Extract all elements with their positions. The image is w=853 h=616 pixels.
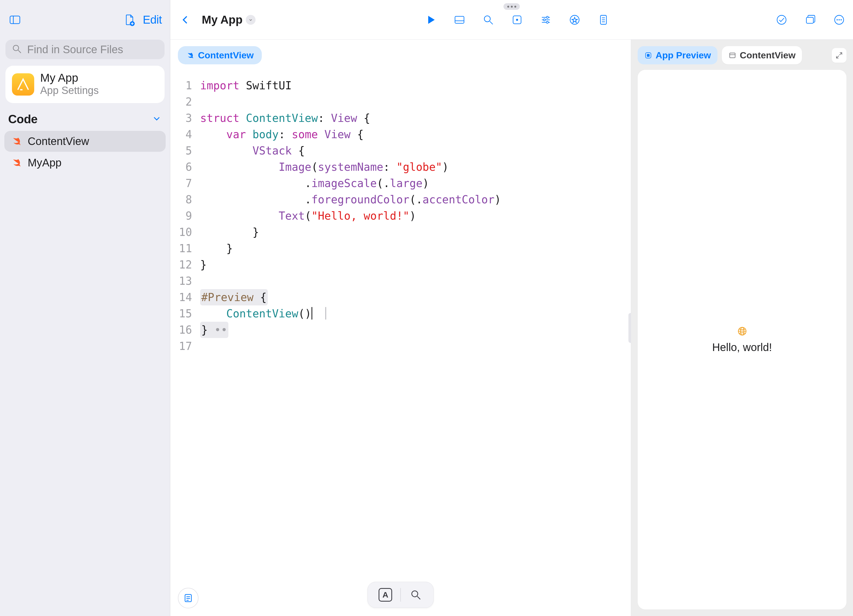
search-field[interactable] (5, 39, 165, 59)
code-content: Image(systemName: "globe") (200, 159, 449, 175)
code-content: } (200, 256, 206, 273)
search-input[interactable] (27, 43, 165, 56)
app-settings-card[interactable]: My App App Settings (5, 66, 165, 103)
svg-point-5 (13, 46, 19, 51)
preview-tab-app-preview[interactable]: App Preview (637, 46, 718, 64)
code-line[interactable]: 8 .foregroundColor(.accentColor) (170, 191, 631, 208)
code-line[interactable]: 12} (170, 256, 631, 273)
preview-text: Hello, world! (712, 341, 772, 354)
svg-line-14 (490, 21, 493, 24)
sliders-icon (540, 14, 552, 26)
section-label: Code (8, 112, 38, 126)
svg-rect-11 (455, 16, 464, 23)
line-number: 12 (170, 256, 200, 273)
line-number: 15 (170, 305, 200, 322)
app-title: My App (40, 72, 99, 84)
window-drag-indicator[interactable] (504, 3, 520, 10)
code-line[interactable]: 13 (170, 273, 631, 289)
edit-button[interactable]: Edit (143, 13, 162, 26)
preview-panel: App PreviewContentView Hello, world! (631, 39, 853, 616)
keycap-a-icon: A (379, 588, 392, 602)
code-line[interactable]: 17 (170, 338, 631, 354)
swift-icon (186, 51, 194, 59)
code-line[interactable]: 6 Image(systemName: "globe") (170, 159, 631, 175)
code-area[interactable]: 1import SwiftUI23struct ContentView: Vie… (170, 64, 631, 354)
new-file-button[interactable] (123, 13, 136, 27)
code-line[interactable]: 10 } (170, 224, 631, 240)
windows-button[interactable] (804, 13, 817, 27)
toggle-sidebar-button[interactable] (8, 13, 22, 27)
quick-help-button[interactable] (178, 588, 199, 608)
play-icon (425, 14, 437, 26)
svg-marker-24 (572, 17, 577, 22)
code-line[interactable]: 7 .imageScale(.large) (170, 175, 631, 191)
app-icon (12, 73, 34, 96)
code-line[interactable]: 14#Preview { (170, 289, 631, 305)
preview-tab-contentview[interactable]: ContentView (722, 46, 802, 64)
expand-preview-button[interactable] (832, 48, 847, 63)
more-button[interactable] (832, 13, 846, 27)
preview-canvas[interactable]: Hello, world! (637, 70, 847, 610)
document-icon (598, 14, 609, 26)
code-editor[interactable]: ContentView 1import SwiftUI23struct Cont… (170, 39, 631, 616)
line-number: 13 (170, 273, 200, 289)
console-icon (454, 14, 466, 26)
back-button[interactable] (178, 12, 194, 28)
breakpoint-button[interactable] (510, 13, 524, 27)
file-navigator: ContentView MyApp (0, 129, 170, 175)
doc-lines-icon (183, 593, 194, 604)
line-number: 9 (170, 208, 200, 224)
svg-point-29 (777, 15, 786, 24)
code-content: .imageScale(.large) (200, 175, 429, 191)
sidebar-icon (8, 13, 21, 26)
code-line[interactable]: 3struct ContentView: View { (170, 110, 631, 126)
keyboard-toggle-button[interactable]: A (370, 585, 400, 604)
svg-point-21 (543, 19, 545, 21)
line-number: 5 (170, 143, 200, 159)
settings-button[interactable] (539, 13, 552, 27)
code-line[interactable]: 11 } (170, 240, 631, 256)
file-nav-item[interactable]: MyApp (5, 152, 165, 173)
new-file-icon (123, 13, 136, 26)
windows-icon (804, 14, 817, 26)
line-number: 17 (170, 338, 200, 354)
code-line[interactable]: 15 ContentView() (170, 305, 631, 322)
svg-point-13 (484, 16, 490, 22)
search-icon (11, 44, 22, 55)
svg-line-40 (417, 596, 420, 599)
file-tab-contentview[interactable]: ContentView (178, 46, 262, 64)
code-line[interactable]: 5 VStack { (170, 143, 631, 159)
line-number: 6 (170, 159, 200, 175)
svg-point-20 (546, 16, 548, 18)
window-icon (729, 51, 736, 59)
issues-button[interactable] (775, 13, 788, 27)
code-line[interactable]: 1import SwiftUI (170, 77, 631, 94)
code-content: var body: some View { (200, 126, 364, 143)
find-in-file-button[interactable] (401, 585, 431, 604)
breakpoint-icon (511, 14, 523, 26)
code-line[interactable]: 9 Text("Hello, world!") (170, 208, 631, 224)
code-content: .foregroundColor(.accentColor) (200, 191, 501, 208)
chevron-down-icon (152, 114, 162, 125)
find-button[interactable] (481, 13, 495, 27)
file-nav-label: ContentView (28, 135, 89, 147)
section-header-code[interactable]: Code (0, 109, 170, 129)
svg-line-6 (18, 50, 21, 53)
secondary-cursor (325, 307, 326, 320)
code-content: Text("Hello, world!") (200, 208, 416, 224)
code-line[interactable]: 16} •• (170, 322, 631, 338)
code-line[interactable]: 4 var body: some View { (170, 126, 631, 143)
capabilities-button[interactable] (568, 13, 581, 27)
code-line[interactable]: 2 (170, 94, 631, 110)
pane-resize-handle[interactable] (628, 313, 631, 343)
console-button[interactable] (453, 13, 466, 27)
svg-point-16 (516, 19, 518, 21)
documentation-button[interactable] (596, 13, 610, 27)
checkmark-circle-icon (776, 14, 788, 26)
run-button[interactable] (424, 13, 437, 27)
svg-point-32 (836, 19, 838, 20)
app-title-dropdown[interactable]: My App (198, 11, 260, 29)
svg-point-22 (546, 21, 548, 23)
expand-icon (835, 51, 843, 59)
file-nav-item[interactable]: ContentView (5, 131, 165, 152)
